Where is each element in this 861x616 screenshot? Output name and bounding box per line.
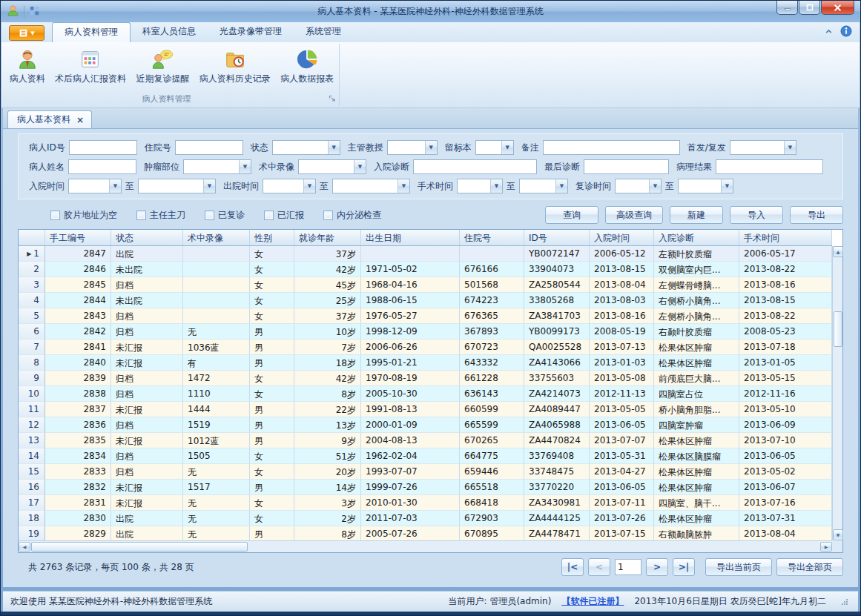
table-row[interactable]: 172831未汇报无女3岁2010-01-30668418ZA343098120…: [19, 495, 832, 511]
filter-combo-first-recurrence[interactable]: ▼: [730, 140, 796, 155]
query-button[interactable]: 查询: [545, 206, 598, 224]
prev-page-button[interactable]: <: [588, 558, 610, 576]
row-selector[interactable]: 5: [19, 308, 45, 324]
row-selector[interactable]: 13: [19, 433, 45, 448]
column-header-10[interactable]: 入院诊断: [654, 230, 739, 245]
table-row[interactable]: 192829出院无男8岁2005-07-26670895ZA4478471201…: [19, 526, 832, 540]
column-header-3[interactable]: 术中录像: [183, 230, 250, 245]
dropdown-arrow-icon[interactable]: ▼: [303, 179, 315, 193]
dropdown-arrow-icon[interactable]: ▼: [721, 179, 733, 193]
table-row[interactable]: 52843归档女37岁1976-05-27676365ZA38417032013…: [19, 308, 832, 324]
license-registered-link[interactable]: 【软件已注册】: [561, 595, 624, 608]
last-page-button[interactable]: >|: [673, 558, 695, 576]
table-row[interactable]: ▶12847出院女37岁YB00721472006-05-12左额叶胶质瘤200…: [19, 246, 832, 262]
row-selector[interactable]: 19: [19, 526, 45, 540]
table-row[interactable]: 72841未汇报1036蓝男7岁2006-06-26670723QA002552…: [19, 340, 832, 355]
filter-combo-specimen[interactable]: ▼: [475, 140, 514, 155]
row-selector[interactable]: 8: [19, 355, 45, 371]
row-selector[interactable]: 9: [19, 371, 45, 386]
checkbox-film-address-empty[interactable]: 胶片地址为空: [50, 209, 117, 222]
filter-combo-surgery-to[interactable]: ▼: [519, 179, 568, 193]
row-selector[interactable]: 18: [19, 511, 45, 526]
export-all-pages-button[interactable]: 导出全部页: [776, 558, 843, 576]
ribbon-button-data-report[interactable]: 病人数据报表: [276, 46, 338, 87]
import-button[interactable]: 导入: [730, 206, 783, 224]
dropdown-arrow-icon[interactable]: ▼: [203, 179, 215, 193]
title-bar[interactable]: 病人基本资料 - 某某医院神经外科-神经外科数据管理系统: [1, 1, 860, 22]
tab-patient-basic-data[interactable]: 病人基本资料 ×: [7, 110, 92, 128]
filter-combo-status[interactable]: ▼: [272, 140, 340, 155]
row-selector[interactable]: 4: [19, 293, 45, 308]
dropdown-arrow-icon[interactable]: ▼: [425, 141, 437, 154]
row-selector[interactable]: 16: [19, 480, 45, 495]
maximize-button[interactable]: [799, 1, 820, 15]
table-row[interactable]: 122836归档1519男13岁2000-01-09665599ZA406598…: [19, 417, 832, 433]
filter-combo-tumor-site[interactable]: ▼: [183, 159, 251, 174]
column-header-9[interactable]: 入院时间: [590, 230, 654, 245]
column-header-selector[interactable]: [19, 230, 45, 245]
row-selector[interactable]: 17: [19, 495, 45, 511]
checkbox-endocrine-exam[interactable]: 内分泌检查: [323, 209, 381, 222]
table-row[interactable]: 152833归档无女20岁1993-07-0765944633748475201…: [19, 464, 832, 480]
filter-input-final-diagnosis[interactable]: [584, 159, 669, 174]
scroll-right-icon[interactable]: ▶: [820, 542, 832, 552]
ribbon-tab-disc-video-management[interactable]: 光盘录像带管理: [208, 22, 294, 42]
form-layout-icon[interactable]: [29, 5, 40, 19]
column-header-7[interactable]: 住院号: [460, 230, 524, 245]
table-row[interactable]: 42844未出院女25岁1988-06-15674223338052682013…: [19, 293, 832, 308]
help-info-icon[interactable]: [840, 25, 852, 39]
column-header-1[interactable]: 手工编号: [45, 230, 111, 245]
checkbox-revisited[interactable]: 已复诊: [205, 209, 245, 222]
dropdown-arrow-icon[interactable]: ▼: [354, 160, 366, 173]
table-row[interactable]: 102838归档1110女8岁2005-10-30636143ZA4214073…: [19, 386, 832, 402]
filter-input-patient-id[interactable]: [69, 140, 137, 155]
filter-combo-discharge-to[interactable]: ▼: [332, 179, 410, 193]
dropdown-arrow-icon[interactable]: ▼: [501, 141, 513, 154]
vertical-scrollbar[interactable]: ▲ ▼: [832, 246, 842, 540]
export-current-page-button[interactable]: 导出当前页: [705, 558, 772, 576]
filter-combo-discharge-from[interactable]: ▼: [263, 179, 316, 193]
minimize-button[interactable]: [776, 1, 798, 15]
filter-input-pathology-result[interactable]: [716, 159, 823, 174]
resize-grip[interactable]: [841, 598, 848, 605]
filter-combo-admission-from[interactable]: ▼: [68, 179, 122, 193]
table-row[interactable]: 82840未汇报有男18岁1995-01-21643332ZA414306620…: [19, 355, 832, 371]
row-selector[interactable]: 6: [19, 324, 45, 340]
column-header-5[interactable]: 就诊年龄: [294, 230, 361, 245]
filter-combo-intraop-video[interactable]: ▼: [298, 159, 366, 174]
horizontal-scrollbar[interactable]: ◀ ▶: [19, 540, 832, 552]
filter-combo-surgery-from[interactable]: ▼: [457, 179, 503, 193]
horizontal-scrollbar-thumb[interactable]: [31, 542, 248, 552]
row-selector[interactable]: 3: [19, 277, 45, 293]
dropdown-arrow-icon[interactable]: ▼: [239, 160, 251, 173]
table-row[interactable]: 142834归档1505女51岁1962-02-0466477533769408…: [19, 448, 832, 464]
row-selector[interactable]: 12: [19, 417, 45, 433]
next-page-button[interactable]: >: [646, 558, 668, 576]
table-row[interactable]: 32845归档女45岁1968-04-16501568ZA25805442013…: [19, 277, 832, 293]
filter-input-remark[interactable]: [543, 140, 680, 155]
scroll-down-icon[interactable]: ▼: [833, 529, 843, 540]
checkbox-reported[interactable]: 已汇报: [264, 209, 304, 222]
dropdown-arrow-icon[interactable]: ▼: [109, 179, 121, 193]
table-row[interactable]: 92839归档1472女42岁1970-08-19661228337556032…: [19, 371, 832, 386]
collapse-ribbon-icon[interactable]: [825, 27, 833, 38]
dropdown-arrow-icon[interactable]: ▼: [328, 141, 340, 154]
filter-combo-revisit-from[interactable]: ▼: [615, 179, 662, 193]
row-selector[interactable]: 2: [19, 262, 45, 277]
ribbon-button-revisit-reminder[interactable]: 近期复诊提醒: [131, 46, 194, 87]
table-row[interactable]: 62842归档无男10岁1998-12-09367893YB0099173200…: [19, 324, 832, 340]
page-number-input[interactable]: [615, 559, 641, 575]
filter-combo-admission-to[interactable]: ▼: [138, 179, 216, 193]
ribbon-button-postop-report[interactable]: 术后病人汇报资料: [50, 46, 131, 87]
export-button[interactable]: 导出: [790, 206, 843, 224]
application-menu-button[interactable]: ▼: [9, 25, 44, 41]
column-header-8[interactable]: ID号: [524, 230, 590, 245]
filter-input-patient-name[interactable]: [68, 159, 136, 174]
advanced-query-button[interactable]: 高级查询: [605, 206, 663, 224]
table-row[interactable]: 22846未出院女42岁1971-05-02676166339040732013…: [19, 262, 832, 277]
row-selector[interactable]: 10: [19, 386, 45, 402]
row-selector[interactable]: 11: [19, 402, 45, 417]
close-button[interactable]: [821, 1, 854, 15]
dropdown-arrow-icon[interactable]: ▼: [784, 141, 796, 154]
filter-input-admission-diagnosis[interactable]: [413, 159, 537, 174]
